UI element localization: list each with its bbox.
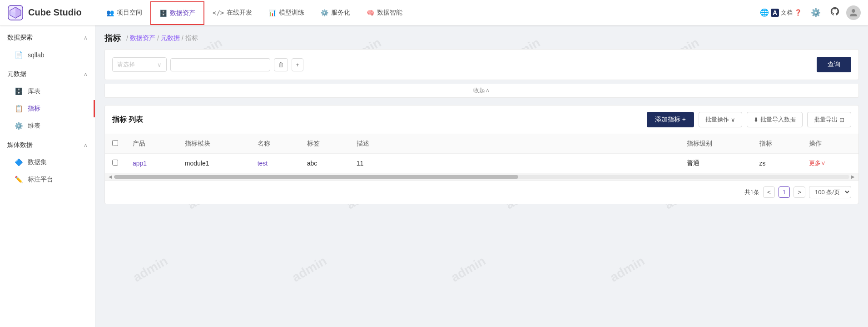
name-link[interactable]: test — [258, 160, 268, 167]
chevron-down-icon-batch: ∨ — [731, 116, 735, 123]
chevron-down-icon: ∨ — [157, 61, 162, 68]
delete-icon: 🗑 — [278, 61, 284, 68]
table-area: 指标 列表 添加指标 + 批量操作 ∨ ⬇ 批量导入数据 批量导出 ⊡ — [104, 105, 859, 204]
data-assets-icon: 🗄️ — [159, 10, 167, 17]
sidebar-section-media-data: 媒体数据 ∧ 🔷 数据集 ✏️ 标注平台 — [0, 136, 95, 188]
nav-items: 👥 项目空间 🗄️ 数据资产 </> 在线开发 📊 模型训练 ⚙️ 服务化 🧠 … — [98, 0, 757, 25]
total-count: 共1条 — [744, 188, 759, 196]
cube-logo-icon — [7, 5, 24, 21]
metrics-table: 产品 指标模块 名称 标签 描述 指标级别 指标 操作 — [105, 134, 858, 173]
delete-filter-button[interactable]: 🗑 — [274, 58, 288, 71]
product-link[interactable]: app1 — [133, 160, 147, 167]
export-data-button[interactable]: 批量导出 ⊡ — [807, 112, 851, 127]
sidebar: 数据探索 ∧ 📄 sqllab 元数据 ∧ 🗄️ 库表 📋 指标 — [0, 25, 95, 327]
query-button[interactable]: 查询 — [817, 57, 851, 72]
import-data-button[interactable]: ⬇ 批量导入数据 — [747, 112, 803, 127]
settings-button[interactable]: ⚙️ — [808, 6, 823, 20]
breadcrumb: 指标 / 数据资产 / 元数据 / 指标 — [104, 33, 859, 44]
filter-input[interactable] — [170, 58, 270, 71]
sidebar-section-data-explore: 数据探索 ∧ 📄 sqllab — [0, 29, 95, 64]
row-name: test — [250, 154, 300, 173]
project-icon: 👥 — [106, 9, 114, 16]
main-content: admin admin admin admin admin admin admi… — [95, 25, 868, 327]
sidebar-item-dataset[interactable]: 🔷 数据集 — [0, 154, 95, 171]
model-train-icon: 📊 — [268, 9, 276, 16]
scroll-bar — [114, 175, 849, 179]
export-icon: ⊡ — [839, 116, 844, 123]
sidebar-item-library-table[interactable]: 🗄️ 库表 — [0, 83, 95, 100]
service-icon: ⚙️ — [321, 9, 328, 16]
row-action: 更多∨ — [802, 154, 858, 173]
table-header-bar: 指标 列表 添加指标 + 批量操作 ∨ ⬇ 批量导入数据 批量导出 ⊡ — [105, 106, 858, 134]
header-name: 名称 — [250, 134, 300, 154]
breadcrumb-link-meta-data[interactable]: 元数据 — [161, 34, 180, 42]
next-page-button[interactable]: > — [794, 186, 805, 198]
collapse-row[interactable]: 收起∧ — [104, 84, 859, 98]
row-checkbox[interactable] — [112, 160, 118, 166]
chevron-up-icon-media: ∧ — [84, 142, 88, 148]
nav-right: 🌐 A 文档 ❓ ⚙️ — [757, 5, 861, 20]
header-actions: 操作 — [802, 134, 858, 154]
table-row: app1 module1 test abc 11 普通 zs 更多∨ — [105, 154, 858, 173]
header-tags: 标签 — [300, 134, 349, 154]
doc-help-icon: ❓ — [794, 9, 802, 16]
pagination-row: 共1条 < 1 > 100 条/页 50 条/页 20 条/页 — [105, 181, 858, 204]
file-icon: 📄 — [15, 51, 23, 59]
nav-item-project[interactable]: 👥 项目空间 — [98, 0, 150, 25]
row-product: app1 — [125, 154, 178, 173]
settings-icon: ⚙️ — [811, 8, 821, 18]
app-title: Cube Studio — [28, 7, 82, 18]
breadcrumb-current: 指标 — [185, 34, 198, 42]
header-module: 指标模块 — [178, 134, 250, 154]
github-button[interactable] — [827, 5, 843, 20]
add-filter-button[interactable]: + — [292, 58, 303, 71]
row-tags: abc — [300, 154, 349, 173]
header-level: 指标级别 — [680, 134, 752, 154]
breadcrumb-link-data-assets[interactable]: 数据资产 — [130, 34, 155, 42]
label-icon: ✏️ — [15, 176, 23, 184]
sidebar-item-label-platform[interactable]: ✏️ 标注平台 — [0, 171, 95, 188]
chevron-up-icon-meta: ∧ — [84, 71, 88, 77]
current-page-button[interactable]: 1 — [779, 186, 790, 198]
nav-item-data-assets[interactable]: 🗄️ 数据资产 — [150, 1, 204, 25]
row-module: module1 — [178, 154, 250, 173]
sidebar-item-dimension-table[interactable]: ⚙️ 维表 — [0, 117, 95, 135]
table-header-row: 产品 指标模块 名称 标签 描述 指标级别 指标 操作 — [105, 134, 858, 154]
sidebar-section-header-meta-data[interactable]: 元数据 ∧ — [0, 65, 95, 83]
app-layout: 数据探索 ∧ 📄 sqllab 元数据 ∧ 🗄️ 库表 📋 指标 — [0, 25, 868, 327]
sidebar-section-meta-data: 元数据 ∧ 🗄️ 库表 📋 指标 ⚙️ 维表 — [0, 65, 95, 135]
user-avatar[interactable] — [846, 5, 861, 20]
sidebar-item-metrics[interactable]: 📋 指标 — [0, 100, 95, 117]
row-metrics-col: zs — [752, 154, 802, 173]
per-page-select[interactable]: 100 条/页 50 条/页 20 条/页 — [809, 186, 851, 198]
add-metrics-button[interactable]: 添加指标 + — [647, 112, 694, 127]
table-title: 指标 列表 — [112, 115, 143, 125]
filter-select[interactable]: 请选择 ∨ — [112, 57, 167, 72]
batch-ops-button[interactable]: 批量操作 ∨ — [699, 112, 742, 127]
filter-bar: 请选择 ∨ 🗑 + 查询 — [104, 49, 859, 80]
page-title: 指标 — [104, 33, 121, 44]
nav-item-model-train[interactable]: 📊 模型训练 — [260, 0, 312, 25]
online-dev-icon: </> — [213, 9, 224, 16]
nav-item-data-intelligence[interactable]: 🧠 数据智能 — [358, 0, 411, 25]
data-intelligence-icon: 🧠 — [367, 9, 374, 16]
scroll-right-arrow[interactable]: ▶ — [849, 174, 857, 179]
plus-icon: + — [296, 61, 299, 68]
prev-page-button[interactable]: < — [763, 186, 775, 198]
horizontal-scrollbar[interactable]: ◀ ▶ — [105, 173, 858, 181]
sidebar-item-sqllab[interactable]: 📄 sqllab — [0, 46, 95, 64]
header-checkbox — [105, 134, 125, 154]
scroll-left-arrow[interactable]: ◀ — [107, 174, 114, 179]
scroll-bar-inner — [114, 175, 518, 179]
more-actions-button[interactable]: 更多∨ — [809, 160, 826, 166]
sidebar-section-header-data-explore[interactable]: 数据探索 ∧ — [0, 29, 95, 46]
translate-button[interactable]: 🌐 A 文档 ❓ — [757, 6, 804, 19]
select-all-checkbox[interactable] — [112, 140, 118, 146]
nav-item-service[interactable]: ⚙️ 服务化 — [312, 0, 358, 25]
nav-item-online-dev[interactable]: </> 在线开发 — [204, 0, 260, 25]
row-description: 11 — [349, 154, 680, 173]
sidebar-section-header-media-data[interactable]: 媒体数据 ∧ — [0, 136, 95, 154]
ai-icon: A — [771, 9, 779, 17]
row-level: 普通 — [680, 154, 752, 173]
header-description: 描述 — [349, 134, 680, 154]
